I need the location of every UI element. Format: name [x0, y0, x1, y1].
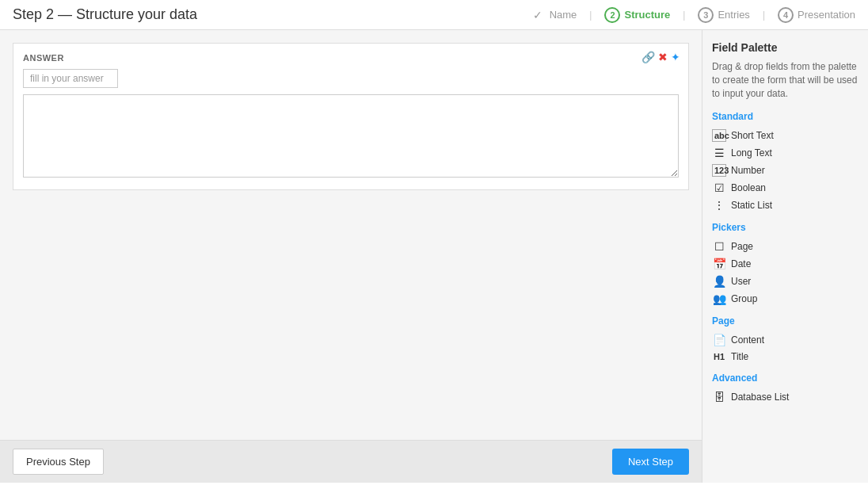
- form-area: 🔗 ✖ ✦ ANSWER fill in your answer: [0, 30, 702, 440]
- main-layout: 🔗 ✖ ✦ ANSWER fill in your answer Previou…: [0, 30, 868, 483]
- step-entries-label: Entries: [718, 9, 749, 21]
- field-textarea[interactable]: [23, 94, 679, 178]
- step-separator-1: |: [589, 10, 592, 21]
- title-label: Title: [731, 351, 748, 362]
- field-input-preview[interactable]: fill in your answer: [23, 69, 118, 88]
- step-structure-num: 2: [604, 7, 620, 23]
- user-label: User: [731, 276, 751, 287]
- static-list-icon: ⋮: [712, 199, 726, 212]
- static-list-label: Static List: [731, 200, 772, 211]
- group-icon: 👥: [712, 292, 726, 305]
- boolean-icon: ☑: [712, 181, 726, 194]
- delete-icon[interactable]: ✖: [658, 52, 668, 63]
- palette-item-content[interactable]: 📄 Content: [712, 331, 858, 349]
- field-label: ANSWER: [23, 53, 679, 63]
- palette-section-standard: Standard: [712, 111, 858, 122]
- step-presentation[interactable]: 4 Presentation: [778, 7, 855, 23]
- boolean-label: Boolean: [731, 182, 766, 193]
- field-actions: 🔗 ✖ ✦: [641, 52, 680, 63]
- palette-item-number[interactable]: 123 Number: [712, 162, 858, 179]
- step-structure-label: Structure: [624, 9, 670, 21]
- next-step-button[interactable]: Next Step: [612, 449, 689, 475]
- date-icon: 📅: [712, 258, 726, 270]
- palette-item-long-text[interactable]: ☰ Long Text: [712, 144, 858, 162]
- short-text-label: Short Text: [731, 130, 774, 141]
- step-structure[interactable]: 2 Structure: [604, 7, 670, 23]
- step-separator-2: |: [683, 10, 685, 21]
- palette-item-database-list[interactable]: 🗄 Database List: [712, 388, 858, 406]
- steps-nav: ✓ Name | 2 Structure | 3 Entries | 4 Pre…: [530, 7, 855, 23]
- group-label: Group: [731, 293, 757, 304]
- palette-item-date[interactable]: 📅 Date: [712, 255, 858, 273]
- palette-title: Field Palette: [712, 41, 858, 54]
- palette-description: Drag & drop fields from the palette to c…: [712, 60, 858, 100]
- palette-item-page[interactable]: ☐ Page: [712, 238, 858, 255]
- palette-section-advanced: Advanced: [712, 372, 858, 384]
- database-list-icon: 🗄: [712, 391, 726, 403]
- palette-item-title[interactable]: H1 Title: [712, 349, 858, 365]
- step-name-label: Name: [550, 9, 577, 21]
- title-icon: H1: [712, 352, 726, 361]
- date-label: Date: [731, 258, 751, 269]
- header: Step 2 — Structure your data ✓ Name | 2 …: [0, 0, 868, 30]
- number-label: Number: [731, 165, 765, 176]
- step-entries-num: 3: [698, 7, 714, 23]
- palette-item-static-list[interactable]: ⋮ Static List: [712, 197, 858, 214]
- long-text-label: Long Text: [731, 147, 772, 159]
- content-icon: 📄: [712, 334, 726, 346]
- page-picker-icon: ☐: [712, 240, 726, 253]
- short-text-icon: abc: [712, 129, 726, 142]
- step-name-check-icon: ✓: [530, 7, 546, 23]
- previous-step-button[interactable]: Previous Step: [13, 449, 104, 475]
- content-area: 🔗 ✖ ✦ ANSWER fill in your answer Previou…: [0, 30, 702, 483]
- palette-section-pickers: Pickers: [712, 222, 858, 233]
- user-icon: 👤: [712, 275, 726, 288]
- step-presentation-num: 4: [778, 7, 794, 23]
- palette-section-page: Page: [712, 315, 858, 327]
- palette-item-boolean[interactable]: ☑ Boolean: [712, 179, 858, 197]
- link-icon[interactable]: 🔗: [641, 52, 655, 63]
- footer: Previous Step Next Step: [0, 440, 702, 483]
- palette-item-short-text[interactable]: abc Short Text: [712, 127, 858, 144]
- step-entries[interactable]: 3 Entries: [698, 7, 749, 23]
- step-separator-3: |: [763, 10, 765, 21]
- page-title: Step 2 — Structure your data: [13, 6, 530, 23]
- database-list-label: Database List: [731, 392, 789, 403]
- content-label: Content: [731, 334, 764, 346]
- move-icon[interactable]: ✦: [671, 52, 680, 63]
- field-palette-sidebar: Field Palette Drag & drop fields from th…: [702, 30, 868, 483]
- number-icon: 123: [712, 164, 726, 177]
- field-card: 🔗 ✖ ✦ ANSWER fill in your answer: [13, 43, 689, 190]
- page-picker-label: Page: [731, 241, 753, 252]
- palette-item-user[interactable]: 👤 User: [712, 273, 858, 290]
- long-text-icon: ☰: [712, 147, 726, 159]
- step-presentation-label: Presentation: [798, 9, 855, 21]
- palette-item-group[interactable]: 👥 Group: [712, 290, 858, 308]
- step-name[interactable]: ✓ Name: [530, 7, 577, 23]
